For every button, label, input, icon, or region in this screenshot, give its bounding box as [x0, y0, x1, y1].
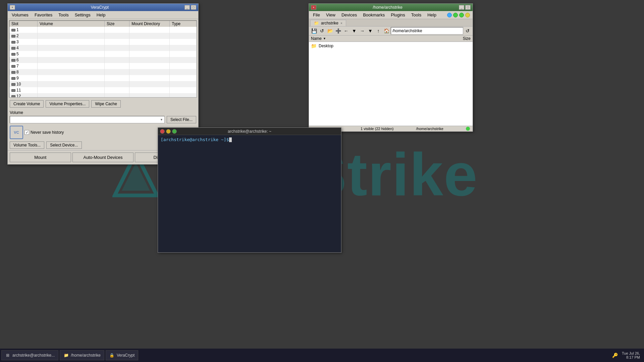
- fm-back-arrow-icon: ▼: [351, 27, 358, 35]
- fm-menu-devices[interactable]: Devices: [339, 12, 360, 18]
- taskbar-item-filemanager[interactable]: 📁 /home/archstrike: [60, 350, 104, 360]
- fm-forward-btn[interactable]: →: [359, 27, 366, 35]
- sys-tray-icon[interactable]: 🔑: [612, 352, 619, 359]
- fm-file-row-desktop[interactable]: 📁 Desktop: [311, 43, 471, 49]
- menu-favorites[interactable]: Favorites: [32, 12, 55, 18]
- filemanager-titlebar: × /home/archstrike _ □: [309, 4, 473, 11]
- fm-menu-bookmarks[interactable]: Bookmarks: [360, 12, 387, 18]
- fm-minimize-btn[interactable]: _: [459, 5, 464, 10]
- volume-path-combo[interactable]: ▼: [10, 116, 165, 123]
- menu-settings[interactable]: Settings: [72, 12, 93, 18]
- fm-controls-left: ×: [311, 5, 316, 10]
- fm-toolbar: 💾 ↺ 📂 ➕ ← ▼ → ▼ ↑ 🏠 /home/archstrike ↺: [309, 26, 473, 36]
- terminal-maximize-btn[interactable]: [172, 129, 177, 134]
- fm-up-btn[interactable]: ↑: [375, 27, 382, 35]
- taskbar-item-terminal[interactable]: ⊞ archstrike@archstrike...: [1, 350, 58, 360]
- fm-col-size: Size: [444, 36, 471, 41]
- fm-home-btn[interactable]: 🏠: [383, 27, 390, 35]
- filemanager-window: × /home/archstrike _ □ File View Devices…: [309, 3, 473, 132]
- col-slot: Slot: [9, 21, 37, 27]
- taskbar-terminal-icon: ⊞: [5, 353, 10, 358]
- select-file-btn[interactable]: Select File...: [167, 116, 196, 123]
- table-row[interactable]: 10: [9, 81, 197, 87]
- sort-arrow-icon: ▼: [323, 37, 326, 40]
- veracrypt-min-max: _ □: [184, 5, 196, 10]
- table-row[interactable]: 8: [9, 69, 197, 75]
- fm-status-path: /home/archstrike: [416, 127, 443, 131]
- terminal-cursor: [229, 137, 232, 142]
- table-row[interactable]: 9: [9, 75, 197, 81]
- col-volume: Volume: [37, 21, 104, 27]
- fm-menu-view[interactable]: View: [323, 12, 338, 18]
- taskbar-item-veracrypt[interactable]: 🔒 VeraCrypt: [106, 350, 138, 360]
- fm-maximize-btn[interactable]: □: [465, 5, 471, 10]
- fm-tab-archstrike[interactable]: 📁 archstrike ×: [310, 20, 346, 26]
- wipe-cache-btn[interactable]: Wipe Cache: [91, 100, 120, 108]
- fm-col-name: Name ▼: [311, 36, 444, 41]
- fm-menu-file[interactable]: File: [310, 12, 323, 18]
- fm-folder-open-btn[interactable]: 📂: [326, 27, 334, 35]
- table-row[interactable]: 5: [9, 51, 197, 57]
- terminal-minimize-btn[interactable]: [166, 129, 171, 134]
- indicator-2: [453, 13, 458, 17]
- taskbar: ⊞ archstrike@archstrike... 📁 /home/archs…: [0, 349, 644, 362]
- never-save-label: Never save history: [31, 130, 64, 135]
- desktop-folder-name: Desktop: [319, 44, 333, 48]
- indicator-3: [459, 13, 464, 17]
- veracrypt-menubar: Volumes Favorites Tools Settings Help: [8, 11, 198, 19]
- volume-tools-btn[interactable]: Volume Tools...: [10, 141, 44, 149]
- fm-menu-help[interactable]: Help: [425, 12, 439, 18]
- menu-help[interactable]: Help: [94, 12, 108, 18]
- volume-table[interactable]: Slot Volume Size Mount Directory Type 12…: [9, 20, 197, 98]
- volume-properties-btn[interactable]: Volume Properties...: [46, 100, 89, 108]
- button-row-1: Create Volume Volume Properties... Wipe …: [8, 99, 198, 109]
- fm-tab-bar: 📁 archstrike ×: [309, 19, 473, 26]
- fm-drive-btn[interactable]: 💾: [310, 27, 318, 35]
- fm-back-btn[interactable]: ←: [342, 27, 350, 35]
- tab-close-icon[interactable]: ×: [340, 21, 342, 25]
- fm-address-text: /home/archstrike: [392, 28, 422, 33]
- veracrypt-maximize-btn[interactable]: □: [191, 5, 196, 10]
- menu-tools[interactable]: Tools: [56, 12, 71, 18]
- table-row[interactable]: 1: [9, 27, 197, 33]
- veracrypt-minimize-btn[interactable]: _: [184, 5, 190, 10]
- create-volume-btn[interactable]: Create Volume: [10, 100, 44, 108]
- auto-mount-btn[interactable]: Auto-Mount Devices: [72, 153, 134, 162]
- menu-volumes[interactable]: Volumes: [9, 12, 31, 18]
- table-row[interactable]: 12: [9, 93, 197, 98]
- never-save-checkbox[interactable]: ✓: [24, 130, 29, 135]
- fm-menubar: File View Devices Bookmarks Plugins Tool…: [309, 11, 473, 19]
- fm-new-folder-btn[interactable]: ➕: [334, 27, 342, 35]
- taskbar-clock: Tue Jul 26, 8:17 PM: [622, 351, 640, 359]
- fm-column-header: Name ▼ Size: [309, 36, 473, 42]
- table-row[interactable]: 7: [9, 63, 197, 69]
- fm-history-btn[interactable]: ↺: [318, 27, 326, 35]
- fm-menu-tools[interactable]: Tools: [409, 12, 424, 18]
- veracrypt-controls: ×: [10, 5, 15, 10]
- table-row[interactable]: 4: [9, 45, 197, 51]
- indicator-1: [447, 13, 452, 17]
- tab-label: archstrike: [321, 21, 338, 25]
- fm-title: /home/archstrike: [316, 5, 459, 10]
- terminal-body[interactable]: [archstrike@archstrike ~]$: [158, 135, 341, 252]
- terminal-close-btn[interactable]: [160, 129, 165, 134]
- select-device-btn[interactable]: Select Device...: [46, 141, 82, 149]
- volume-label: Volume: [10, 110, 196, 115]
- table-row[interactable]: 11: [9, 87, 197, 93]
- fm-refresh-btn[interactable]: ↺: [464, 27, 471, 35]
- desktop-folder-icon: 📁: [311, 43, 317, 49]
- col-type: Type: [170, 21, 197, 27]
- table-row[interactable]: 2: [9, 33, 197, 39]
- terminal-title: archstrike@archstrike: ~: [177, 129, 322, 134]
- fm-address-bar[interactable]: /home/archstrike: [391, 27, 463, 35]
- fm-menu-plugins[interactable]: Plugins: [388, 12, 408, 18]
- table-row[interactable]: 6: [9, 57, 197, 63]
- fm-close-btn[interactable]: ×: [311, 5, 316, 10]
- terminal-controls: [160, 129, 177, 134]
- col-size: Size: [104, 21, 129, 27]
- taskbar-vc-label: VeraCrypt: [117, 353, 135, 358]
- table-row[interactable]: 3: [9, 39, 197, 45]
- veracrypt-close-btn[interactable]: ×: [10, 5, 15, 10]
- taskbar-terminal-label: archstrike@archstrike...: [12, 353, 55, 358]
- mount-btn[interactable]: Mount: [10, 153, 71, 162]
